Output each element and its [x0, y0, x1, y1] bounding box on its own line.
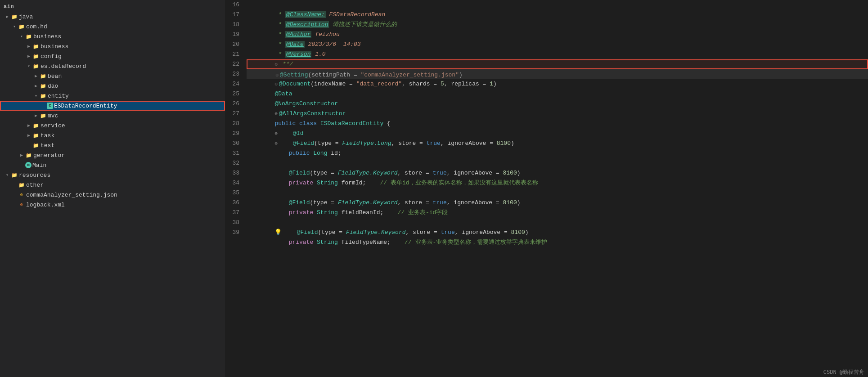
sidebar-item-label: generator: [32, 152, 225, 159]
line-num-25: 25: [229, 89, 239, 99]
code-line-32: @Field(type = FieldType.Keyword, store =…: [247, 158, 868, 168]
code-line-18: * @Author feizhou: [247, 20, 868, 30]
section-header: ain: [0, 2, 225, 12]
sidebar-item-main[interactable]: ▶ m Main: [0, 160, 225, 170]
chevron-icon: ▶: [11, 201, 18, 208]
chevron-icon: ▶: [25, 53, 32, 60]
chevron-icon: ▶: [40, 102, 47, 109]
code-line-35: @Field(type = FieldType.Keyword, store =…: [247, 188, 868, 198]
chevron-icon: ▾: [32, 92, 40, 99]
folder-icon: 📁: [32, 132, 40, 139]
line-num-37: 37: [229, 208, 239, 218]
sidebar-item-comhd[interactable]: ▾ 📁 com.hd: [0, 22, 225, 31]
main-file-icon: m: [25, 162, 31, 168]
xml-file-icon: ⚙: [18, 201, 25, 208]
sidebar-item-label: config: [40, 53, 225, 60]
line-num-27: 27: [229, 109, 239, 119]
sidebar-item-label: other: [25, 182, 225, 188]
line-num-17: 17: [229, 10, 239, 20]
code-line-27: public class ESDataRecordEntity {: [247, 109, 868, 119]
code-line-26: ⊖@AllArgsConstructor: [247, 99, 868, 109]
keyword: private: [289, 239, 314, 246]
line-num-29: 29: [229, 129, 239, 139]
bottom-bar-text: CSDN @勤径苦舟: [823, 369, 864, 376]
folder-icon: 📁: [40, 82, 47, 90]
line-num-32: 32: [229, 158, 239, 168]
file-tree: ain ▶ 📁 java ▾ 📁 com.hd ▾ 📁 business ▶ 📁…: [0, 0, 225, 377]
chevron-icon: ▶: [25, 122, 32, 129]
plain: filedTypeName;: [338, 239, 405, 246]
folder-icon: 📁: [32, 122, 40, 129]
sidebar-item-label: business: [32, 33, 225, 40]
sidebar-item-bean[interactable]: ▶ 📁 bean: [0, 71, 225, 81]
sidebar-item-business-child[interactable]: ▶ 📁 business: [0, 41, 225, 51]
sidebar-item-commaanalyzer[interactable]: ▶ ⚙ commaAnalyzer_setting.json: [0, 190, 225, 200]
code-line-25: @NoArgsConstructor: [247, 89, 868, 99]
sidebar-item-label: java: [18, 13, 225, 20]
sidebar-item-resources[interactable]: ▾ 📁 resources: [0, 170, 225, 180]
sidebar-item-task[interactable]: ▶ 📁 task: [0, 130, 225, 140]
type-name: String: [317, 239, 338, 246]
chevron-icon: ▾: [18, 33, 25, 40]
chevron-icon: ▶: [11, 181, 18, 188]
code-line-23: ⊖@Document(indexName = "data_record", sh…: [247, 69, 868, 79]
line-num-36: 36: [229, 198, 239, 208]
plain: [274, 239, 288, 246]
line-num-22: 22: [229, 59, 239, 69]
code-line-38: 💡 @Field(type = FieldType.Keyword, store…: [247, 218, 868, 228]
code-line-21: ⊖ **/: [247, 49, 868, 59]
chevron-icon: ▶: [11, 191, 18, 198]
sidebar-item-test[interactable]: ▶ 📁 test: [0, 140, 225, 150]
comment: // 业务表-业务类型名称，需要通过枚举字典表来维护: [405, 239, 547, 246]
line-num-39: 39: [229, 228, 239, 238]
sidebar-item-logback[interactable]: ▶ ⚙ logback.xml: [0, 200, 225, 210]
line-num-16: 16: [229, 0, 239, 10]
sidebar-item-config[interactable]: ▶ 📁 config: [0, 51, 225, 61]
line-num-19: 19: [229, 30, 239, 40]
line-num-23: 23: [229, 69, 239, 79]
folder-icon: 📁: [18, 181, 25, 188]
sidebar-item-label: test: [40, 142, 225, 149]
sidebar-item-business[interactable]: ▾ 📁 business: [0, 31, 225, 41]
line-num-20: 20: [229, 40, 239, 49]
sidebar-item-label: ESDataRecordEntity: [53, 103, 225, 109]
code-line-30: public Long id;: [247, 139, 868, 148]
line-num-30: 30: [229, 139, 239, 148]
code-line-33: private String formId; // 表单id，业务表的实体名称，…: [247, 168, 868, 178]
sidebar-item-label: business: [40, 43, 225, 50]
sidebar-item-generator[interactable]: ▶ 📁 generator: [0, 150, 225, 160]
sidebar-item-label: service: [40, 122, 225, 129]
sidebar-item-label: es.dataRecord: [40, 63, 225, 70]
sidebar-item-label: mvc: [47, 112, 225, 119]
sidebar-item-java[interactable]: ▶ 📁 java: [0, 12, 225, 22]
code-line-34: [247, 178, 868, 188]
chevron-icon: ▾: [11, 23, 18, 30]
folder-icon: 📁: [18, 23, 25, 30]
code-line-39: private String filedTypeName; // 业务表-业务类…: [247, 228, 868, 238]
code-line-22: ⊖@Setting(settingPath = "commaAnalyzer_s…: [247, 59, 868, 69]
sidebar-item-dao[interactable]: ▶ 📁 dao: [0, 81, 225, 91]
line-numbers: 16 17 18 19 20 21 22 23 24 25 26 27 28 2…: [225, 0, 243, 377]
sidebar-item-label: dao: [47, 83, 225, 90]
folder-icon: 📁: [32, 63, 40, 70]
chevron-icon: ▾: [4, 171, 11, 179]
sidebar-item-label: logback.xml: [25, 202, 225, 208]
sidebar-item-esdatarecord[interactable]: ▾ 📁 es.dataRecord: [0, 61, 225, 71]
sidebar-item-label: commaAnalyzer_setting.json: [25, 192, 225, 198]
sidebar-item-esdatarecordentity[interactable]: ▶ C ESDataRecordEntity: [0, 101, 225, 111]
sidebar-item-service[interactable]: ▶ 📁 service: [0, 121, 225, 130]
line-num-24: 24: [229, 79, 239, 89]
bottom-bar: CSDN @勤径苦舟: [820, 368, 868, 377]
folder-icon: 📁: [25, 152, 32, 159]
line-num-35: 35: [229, 188, 239, 198]
chevron-icon: ▶: [18, 152, 25, 159]
chevron-icon: ▶: [32, 112, 40, 119]
sidebar-item-mvc[interactable]: ▶ 📁 mvc: [0, 111, 225, 121]
chevron-icon: ▶: [25, 142, 32, 149]
code-line-37: [247, 208, 868, 218]
sidebar-item-label: resources: [18, 172, 225, 179]
sidebar-item-other[interactable]: ▶ 📁 other: [0, 180, 225, 190]
chevron-icon: ▾: [25, 63, 32, 70]
sidebar-item-entity[interactable]: ▾ 📁 entity: [0, 91, 225, 101]
folder-icon: 📁: [32, 43, 40, 50]
